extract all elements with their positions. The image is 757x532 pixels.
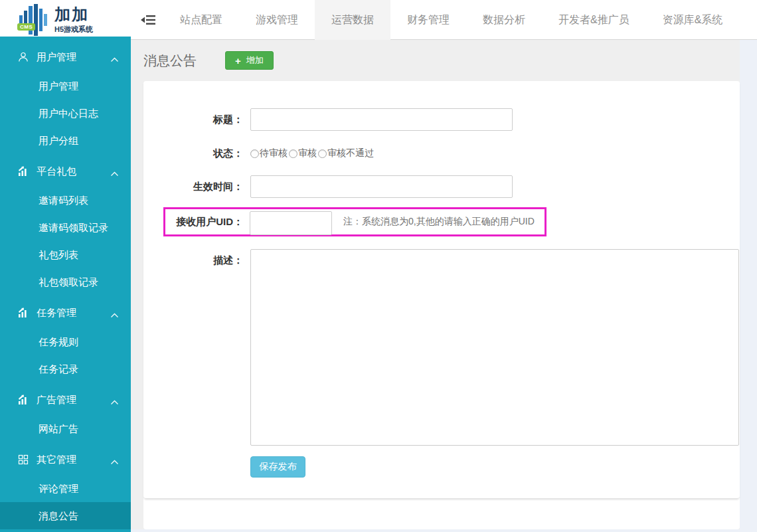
sidebar-group-ad-management[interactable]: 广告管理 [0,385,131,415]
status-radio-group: 待审核 审核 审核不通过 [250,147,375,159]
tab-operations-data[interactable]: 运营数据 [315,0,390,40]
tab-developer-promoter[interactable]: 开发者&推广员 [542,0,646,40]
plus-icon: + [235,56,241,66]
status-option-label: 审核 [298,147,317,159]
chart-icon [18,308,29,318]
add-button[interactable]: + 增加 [225,51,274,70]
logo-cms-badge: CMS [17,23,35,31]
sidebar-group-user-management[interactable]: 用户管理 [0,42,131,72]
grid-icon [18,454,29,465]
status-option-label: 待审核 [260,147,288,159]
main-content: 消息公告 + 增加 标题： 状态： 待审核 审核 [131,40,757,532]
menu-fold-icon[interactable] [141,14,157,26]
uid-note-text: 注：系统消息为0,其他的请输入正确的用户UID [343,216,535,228]
sidebar-item-gift-list[interactable]: 礼包列表 [0,241,131,268]
tab-data-analysis[interactable]: 数据分析 [466,0,542,40]
logo-subtitle: H5游戏系统 [54,25,93,35]
sidebar-group-label: 其它管理 [37,454,110,466]
chevron-up-icon [110,456,119,463]
sidebar-item-user-management[interactable]: 用户管理 [0,72,131,100]
add-button-label: 增加 [246,54,264,66]
top-nav: 站点配置 游戏管理 运营数据 财务管理 数据分析 开发者&推广员 资源库&系统 [163,0,739,40]
form-card: 标题： 状态： 待审核 审核 审核不通过 [143,81,740,499]
chevron-up-icon [110,310,119,316]
sidebar-group-label: 平台礼包 [37,165,110,178]
tab-resource-system[interactable]: 资源库&系统 [646,0,740,40]
chevron-up-icon [110,54,119,60]
status-radio-rejected[interactable] [318,149,327,158]
tab-finance-management[interactable]: 财务管理 [390,0,466,40]
sidebar-group-label: 广告管理 [37,394,110,406]
form-panel: 标题： 状态： 待审核 审核 审核不通过 [143,81,740,529]
chevron-up-icon [110,397,119,403]
sidebar-group-label: 用户管理 [37,51,110,64]
status-field-label: 状态： [143,147,243,160]
chart-icon [18,166,29,177]
uid-highlight-box: 接收用户UID： 注：系统消息为0,其他的请输入正确的用户UID [163,207,547,236]
chevron-up-icon [110,168,119,175]
sidebar-item-task-records[interactable]: 任务记录 [0,355,131,383]
page-title: 消息公告 [143,52,197,70]
user-icon [18,52,29,62]
sidebar-item-user-groups[interactable]: 用户分组 [0,127,131,154]
tab-site-config[interactable]: 站点配置 [163,0,239,40]
sidebar-item-invite-code-records[interactable]: 邀请码领取记录 [0,214,131,241]
sidebar-item-task-rules[interactable]: 任务规则 [0,328,131,355]
sidebar-item-gift-records[interactable]: 礼包领取记录 [0,268,131,296]
uid-input[interactable] [250,211,332,235]
sidebar: 用户管理 用户管理 用户中心日志 用户分组 平台礼包 邀请码列表 邀请码领取记录… [0,37,131,532]
sidebar-item-invite-code-list[interactable]: 邀请码列表 [0,187,131,214]
chart-icon [18,395,29,405]
effective-time-input[interactable] [250,175,513,198]
sidebar-group-platform-gifts[interactable]: 平台礼包 [0,156,131,187]
logo-title: 加加 [54,6,93,23]
title-input[interactable] [250,108,513,131]
tab-game-management[interactable]: 游戏管理 [239,0,315,40]
sidebar-item-user-center-log[interactable]: 用户中心日志 [0,100,131,127]
save-publish-button[interactable]: 保存发布 [250,456,305,478]
right-background-column [740,37,757,532]
bottom-background-strip [131,529,757,532]
sidebar-item-website-ads[interactable]: 网站广告 [0,415,131,442]
description-field-label: 描述： [143,249,243,267]
app-logo: CMS 加加 H5游戏系统 [19,4,131,36]
effective-time-field-label: 生效时间： [143,181,243,193]
top-header: CMS 加加 H5游戏系统 站点配置 游戏管理 运营数据 财务管理 数据分析 开… [0,0,757,40]
sidebar-item-message-announcement[interactable]: 消息公告 [0,502,131,529]
status-radio-approved[interactable] [289,149,297,158]
status-option-label: 审核不通过 [327,147,374,159]
sidebar-group-task-management[interactable]: 任务管理 [0,298,131,328]
status-radio-pending[interactable] [250,149,259,158]
sidebar-group-label: 任务管理 [37,307,110,319]
title-field-label: 标题： [143,114,243,126]
uid-field-label: 接收用户UID： [165,216,243,228]
sidebar-item-comment-management[interactable]: 评论管理 [0,475,131,502]
sidebar-group-other-management[interactable]: 其它管理 [0,444,131,475]
description-textarea[interactable] [250,249,739,446]
logo-icon: CMS [19,4,49,36]
